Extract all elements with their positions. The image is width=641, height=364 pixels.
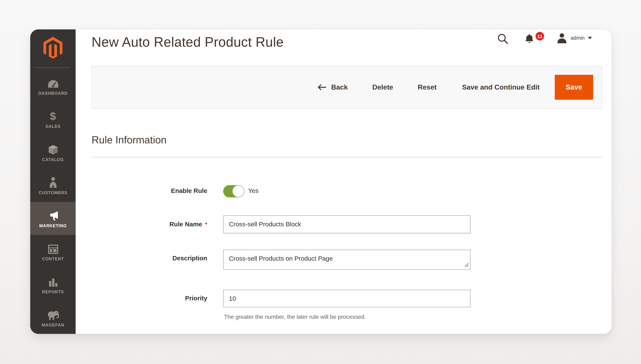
section-divider bbox=[92, 157, 602, 157]
priority-input[interactable] bbox=[223, 290, 470, 307]
person-icon bbox=[48, 176, 58, 188]
save-and-continue-button[interactable]: Save and Continue Edit bbox=[462, 83, 540, 91]
admin-account-button[interactable]: admin bbox=[556, 33, 592, 43]
admin-window: DASHBOARD $ SALES CATALOG bbox=[30, 30, 611, 334]
required-asterisk: * bbox=[205, 221, 207, 228]
sidebar: DASHBOARD $ SALES CATALOG bbox=[30, 30, 76, 334]
sidebar-item-label: CATALOG bbox=[42, 157, 64, 162]
sidebar-item-label: DASHBOARD bbox=[38, 91, 68, 96]
sidebar-item-label: REPORTS bbox=[42, 289, 64, 294]
back-button[interactable]: Back bbox=[317, 83, 348, 91]
rule-name-input[interactable] bbox=[223, 216, 470, 234]
page-title: New Auto Related Product Rule bbox=[92, 34, 284, 50]
sidebar-item-label: CUSTOMERS bbox=[39, 190, 67, 195]
save-button[interactable]: Save bbox=[555, 75, 593, 100]
priority-note: The greater the number, the later rule w… bbox=[224, 314, 366, 320]
user-avatar-icon bbox=[556, 33, 567, 43]
megaphone-icon bbox=[47, 209, 59, 221]
resize-grip-icon[interactable] bbox=[464, 262, 469, 267]
sidebar-divider bbox=[36, 68, 70, 68]
sidebar-item-label: MAGEFAN bbox=[42, 322, 64, 327]
dollar-icon: $ bbox=[50, 110, 56, 122]
toolbar: Back Delete Reset Save and Continue Edit… bbox=[92, 66, 602, 109]
elephant-icon bbox=[47, 308, 59, 320]
gauge-icon bbox=[47, 76, 59, 89]
rule-name-label: Rule Name* bbox=[92, 220, 207, 228]
toggle-knob bbox=[232, 185, 245, 198]
search-icon bbox=[497, 33, 509, 45]
bar-chart-icon bbox=[48, 275, 58, 287]
enable-rule-label: Enable Rule bbox=[92, 187, 207, 195]
box-icon bbox=[48, 143, 58, 155]
layout-icon bbox=[48, 242, 58, 254]
notifications-button[interactable]: 13 bbox=[524, 31, 546, 46]
sidebar-item-magefan[interactable]: MAGEFAN bbox=[30, 301, 76, 334]
admin-username: admin bbox=[571, 35, 585, 41]
content-area: New Auto Related Product Rule 13 bbox=[76, 30, 612, 334]
description-field-wrap: Cross-sell Products on Product Page bbox=[223, 250, 470, 270]
magento-logo[interactable] bbox=[43, 37, 63, 59]
enable-rule-toggle[interactable] bbox=[223, 185, 245, 198]
bell-icon bbox=[524, 34, 534, 45]
sidebar-item-content[interactable]: CONTENT bbox=[30, 235, 76, 268]
back-label: Back bbox=[331, 83, 348, 91]
caret-down-icon bbox=[588, 37, 592, 39]
delete-button[interactable]: Delete bbox=[372, 83, 393, 91]
sidebar-item-marketing[interactable]: MARKETING bbox=[30, 202, 76, 235]
section-title: Rule Information bbox=[92, 134, 167, 146]
priority-label: Priority bbox=[92, 294, 207, 302]
description-textarea[interactable]: Cross-sell Products on Product Page bbox=[223, 250, 470, 270]
sidebar-menu: DASHBOARD $ SALES CATALOG bbox=[30, 70, 76, 334]
page: DASHBOARD $ SALES CATALOG bbox=[0, 0, 641, 364]
reset-button[interactable]: Reset bbox=[418, 83, 437, 91]
sidebar-item-label: SALES bbox=[46, 124, 61, 129]
notification-badge: 13 bbox=[535, 31, 545, 41]
enable-rule-state[interactable]: Yes bbox=[248, 187, 258, 195]
back-arrow-icon bbox=[317, 84, 327, 91]
search-button[interactable] bbox=[497, 33, 509, 45]
sidebar-item-label: CONTENT bbox=[42, 256, 64, 261]
sidebar-item-label: MARKETING bbox=[39, 223, 67, 228]
sidebar-item-dashboard[interactable]: DASHBOARD bbox=[30, 70, 76, 102]
sidebar-item-customers[interactable]: CUSTOMERS bbox=[30, 169, 76, 202]
sidebar-item-reports[interactable]: REPORTS bbox=[30, 268, 76, 301]
description-label: Description bbox=[92, 254, 207, 262]
sidebar-item-catalog[interactable]: CATALOG bbox=[30, 136, 76, 169]
sidebar-item-sales[interactable]: $ SALES bbox=[30, 102, 76, 136]
